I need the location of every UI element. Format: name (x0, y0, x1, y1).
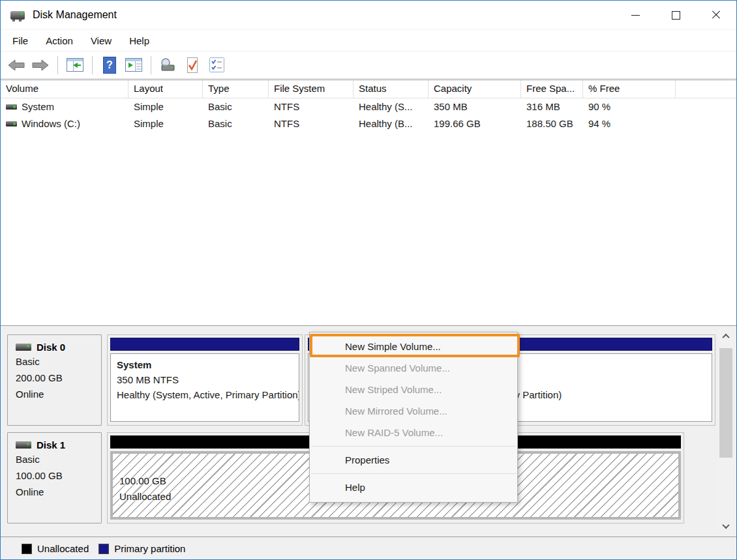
status-cell: Healthy (B... (353, 115, 429, 132)
pctfree-cell: 90 % (583, 98, 676, 115)
freespace-cell: 188.50 GB (521, 115, 583, 132)
filesystem-cell: NTFS (269, 115, 353, 132)
unallocated-size: 100.00 GB (119, 473, 171, 489)
disk-icon (16, 344, 31, 351)
volume-row-system[interactable]: System Simple Basic NTFS Healthy (S... 3… (1, 98, 737, 115)
menu-item-new-simple-volume[interactable]: New Simple Volume... (310, 336, 517, 357)
maximize-icon (672, 11, 680, 20)
primary-partition-band (110, 338, 299, 351)
menu-file[interactable]: File (12, 35, 28, 46)
column-header-freespace[interactable]: Free Spa... (521, 80, 583, 98)
unallocated-label: Unallocated (119, 489, 171, 505)
column-header-status[interactable]: Status (353, 80, 429, 98)
help-icon[interactable]: ? (100, 56, 119, 74)
disk1-name: Disk 1 (37, 439, 65, 450)
menu-action[interactable]: Action (46, 35, 73, 46)
partition-system[interactable]: System 350 MB NTFS Healthy (System, Acti… (107, 334, 303, 426)
disk0-label-box[interactable]: Disk 0 Basic 200.00 GB Online (7, 334, 102, 426)
window-title: Disk Management (33, 9, 117, 21)
app-disk-icon (10, 11, 25, 20)
volume-cell: Windows (C:) (1, 115, 128, 132)
menu-separator (311, 473, 516, 474)
menu-view[interactable]: View (91, 35, 112, 46)
chevron-up-icon (722, 334, 729, 341)
close-icon (712, 10, 721, 20)
chevron-down-icon (722, 522, 729, 529)
primary-partition-legend-label: Primary partition (114, 543, 185, 554)
vertical-scrollbar[interactable] (718, 329, 734, 534)
volume-list-pane: Volume Layout Type File System Status Ca… (1, 80, 737, 326)
graphical-view-pane: Disk 0 Basic 200.00 GB Online System 350… (1, 326, 737, 537)
layout-cell: Simple (128, 115, 203, 132)
primary-partition-legend-swatch (98, 544, 109, 554)
volume-icon (6, 104, 17, 110)
menu-item-new-raid5-volume: New RAID-5 Volume... (310, 422, 517, 443)
type-cell: Basic (203, 115, 269, 132)
legend-bar: Unallocated Primary partition (1, 537, 737, 560)
toolbar: ? (1, 52, 736, 79)
disk1-kind: Basic (16, 452, 101, 467)
type-cell: Basic (203, 98, 269, 115)
volume-name: System (22, 98, 54, 115)
disk1-status: Online (16, 485, 101, 499)
unallocated-legend-label: Unallocated (37, 543, 89, 554)
show-console-tree-icon[interactable] (66, 56, 84, 74)
layout-cell: Simple (128, 98, 203, 115)
toolbar-separator (57, 56, 58, 74)
column-header-type[interactable]: Type (203, 80, 269, 98)
toolbar-separator (92, 56, 93, 74)
disk0-name: Disk 0 (37, 342, 65, 353)
menu-item-properties[interactable]: Properties (310, 449, 517, 471)
column-header-volume[interactable]: Volume (1, 80, 128, 98)
scrollbar-thumb[interactable] (719, 348, 732, 458)
volume-row-windows-c[interactable]: Windows (C:) Simple Basic NTFS Healthy (… (1, 115, 737, 132)
minimize-icon (631, 15, 640, 16)
title-bar: Disk Management (1, 1, 736, 30)
menu-separator (311, 446, 516, 447)
forward-icon[interactable] (31, 56, 50, 74)
maximize-button[interactable] (655, 1, 696, 30)
freespace-cell: 316 MB (521, 98, 583, 115)
menu-bar: File Action View Help (1, 30, 736, 52)
close-button[interactable] (696, 1, 736, 30)
scroll-up-button[interactable] (718, 329, 734, 344)
disk0-status: Online (16, 387, 101, 402)
disk0-kind: Basic (16, 355, 101, 369)
column-header-capacity[interactable]: Capacity (429, 80, 521, 98)
volume-name: Windows (C:) (22, 115, 80, 132)
toolbar-separator (151, 56, 151, 74)
menu-item-new-mirrored-volume: New Mirrored Volume... (310, 400, 517, 422)
volume-icon (6, 121, 17, 126)
back-icon[interactable] (7, 56, 25, 74)
filler-cell (676, 98, 737, 115)
disk0-size: 200.00 GB (16, 371, 101, 385)
context-menu: New Simple Volume... New Spanned Volume.… (309, 332, 518, 503)
window-controls (615, 1, 736, 30)
partition-status: Healthy (System, Active, Primary Partiti… (117, 387, 293, 402)
partition-title: System (117, 358, 293, 372)
show-action-pane-icon[interactable] (125, 56, 143, 74)
column-header-filler (676, 80, 737, 98)
partition-size: 350 MB NTFS (117, 372, 293, 387)
scroll-down-button[interactable] (718, 518, 734, 534)
column-header-filesystem[interactable]: File System (269, 80, 353, 98)
volume-cell: System (1, 98, 128, 115)
volume-table-header: Volume Layout Type File System Status Ca… (1, 80, 737, 98)
unallocated-legend-swatch (22, 544, 32, 554)
disk1-label-box[interactable]: Disk 1 Basic 100.00 GB Online (7, 432, 102, 523)
column-header-pctfree[interactable]: % Free (583, 80, 676, 98)
check-document-icon[interactable] (183, 56, 202, 74)
menu-item-new-striped-volume: New Striped Volume... (310, 379, 517, 400)
filesystem-cell: NTFS (269, 98, 353, 115)
refresh-disk-icon[interactable] (159, 56, 177, 74)
disk-icon (16, 441, 31, 449)
checklist-icon[interactable] (207, 56, 226, 74)
help-glyph: ? (106, 59, 113, 71)
column-header-layout[interactable]: Layout (128, 80, 203, 98)
filler-cell (676, 115, 737, 132)
capacity-cell: 199.66 GB (429, 115, 521, 132)
minimize-button[interactable] (615, 1, 655, 30)
menu-item-new-spanned-volume: New Spanned Volume... (310, 357, 517, 379)
menu-help[interactable]: Help (129, 35, 149, 46)
menu-item-help[interactable]: Help (310, 477, 517, 498)
